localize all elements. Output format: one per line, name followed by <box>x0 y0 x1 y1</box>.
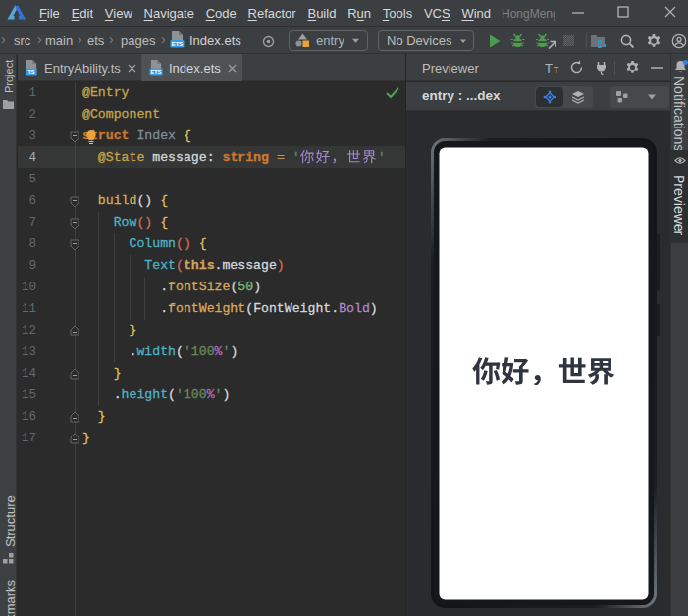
svg-text:TS: TS <box>27 69 34 75</box>
svg-text:ETS: ETS <box>172 41 184 47</box>
svg-text:T: T <box>545 61 553 75</box>
svg-text:ETS: ETS <box>151 69 162 75</box>
svg-text:T: T <box>554 65 559 75</box>
